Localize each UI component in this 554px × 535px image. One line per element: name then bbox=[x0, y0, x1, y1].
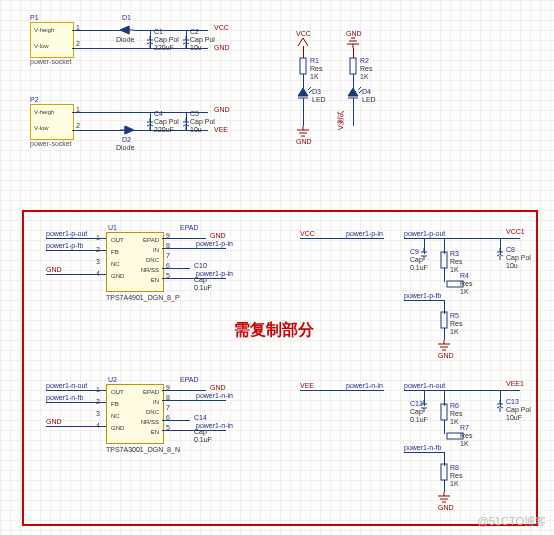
r3-type: Res bbox=[450, 258, 462, 265]
wire bbox=[404, 390, 520, 391]
u1-pin-nrss: NR/SS bbox=[141, 267, 159, 273]
c2-ref: C2 bbox=[190, 28, 199, 35]
res-r1-icon bbox=[300, 58, 306, 74]
diode-d1-icon bbox=[120, 26, 134, 34]
p2-pin-hi: V-heigh bbox=[34, 109, 54, 115]
u2-part: TPS7A3001_DGN_8_N bbox=[106, 446, 180, 453]
r4-type: Res bbox=[460, 280, 472, 287]
net-p1pi-mid: power1-p-in bbox=[346, 230, 383, 237]
p1-ref: P1 bbox=[30, 14, 39, 21]
chip-u2[interactable]: OUT FB NC GND EPAD IN DNC NR/SS EN bbox=[106, 384, 164, 444]
r8-val: 1K bbox=[450, 480, 459, 487]
wire bbox=[444, 480, 445, 492]
wire bbox=[72, 112, 208, 113]
net-p1ni-mid: power1-n-in bbox=[346, 382, 383, 389]
c5-ref: C5 bbox=[190, 110, 199, 117]
net-p1pi-2: power1-p-in bbox=[196, 270, 233, 277]
gnd-rail-2: GND bbox=[214, 106, 230, 113]
c14-val: 0.1uF bbox=[194, 436, 212, 443]
u2-pin-fb: FB bbox=[111, 401, 119, 407]
u1-part: TPS7A4901_DGN_8_P bbox=[106, 294, 180, 301]
wire bbox=[46, 238, 106, 239]
wire bbox=[72, 130, 124, 131]
c14-ref: C14 bbox=[194, 414, 207, 421]
r6-val: 1K bbox=[450, 418, 459, 425]
r4-ref: R4 bbox=[460, 272, 469, 279]
u2-pin-gnd: GND bbox=[111, 425, 124, 431]
chip-u1[interactable]: OUT FB NC GND EPAD IN DNC NR/SS EN bbox=[106, 232, 164, 292]
r5-ref: R5 bbox=[450, 312, 459, 319]
wire bbox=[162, 390, 206, 391]
u1-pin-out: OUT bbox=[111, 237, 124, 243]
wire bbox=[46, 274, 106, 275]
u1-pin-dnc: DNC bbox=[146, 257, 159, 263]
vcc-rail-2: VCC bbox=[296, 30, 311, 37]
wire bbox=[72, 30, 124, 31]
gnd-icon bbox=[438, 492, 450, 502]
svg-rect-0 bbox=[300, 58, 306, 74]
u1-pin-epad: EPAD bbox=[143, 237, 159, 243]
wire bbox=[303, 74, 304, 88]
r7-type: Res bbox=[460, 432, 472, 439]
u1-pin-en: EN bbox=[151, 277, 159, 283]
c5-type: Cap Pol bbox=[190, 118, 215, 125]
d3-ref: D3 bbox=[312, 88, 321, 95]
svg-rect-1 bbox=[350, 58, 356, 74]
net-p1pi-1: power1-p-in bbox=[196, 240, 233, 247]
gnd-rail-u1r: GND bbox=[210, 232, 226, 239]
p2-ref: P2 bbox=[30, 96, 39, 103]
wire bbox=[444, 268, 445, 282]
c13-val: 10uF bbox=[506, 414, 522, 421]
u1-pin-nc: NC bbox=[111, 261, 120, 267]
p1-pin-lo: V-low bbox=[34, 43, 49, 49]
c8-val: 10u bbox=[506, 262, 518, 269]
c1-val: 220uF bbox=[154, 44, 174, 51]
net-p1pf: power1-p-fb bbox=[46, 242, 83, 249]
wire bbox=[162, 400, 226, 401]
r2-type: Res bbox=[360, 65, 372, 72]
u2-pin-epad: EPAD bbox=[143, 389, 159, 395]
u2-pin-out: OUT bbox=[111, 389, 124, 395]
gnd-rail-r8: GND bbox=[438, 504, 454, 511]
u1-pin-gnd: GND bbox=[111, 273, 124, 279]
res-r6-icon bbox=[441, 404, 447, 420]
net-p1nf: power1-n-fb bbox=[46, 394, 83, 401]
r2-ref: R2 bbox=[360, 57, 369, 64]
net-p1nf-r: power1-n-fb bbox=[404, 444, 441, 451]
c10-ref: C10 bbox=[194, 262, 207, 269]
wire bbox=[444, 328, 445, 340]
c8-type: Cap Pol bbox=[506, 254, 531, 261]
u1-ref: U1 bbox=[108, 224, 117, 231]
r7-ref: R7 bbox=[460, 424, 469, 431]
r4-val: 1K bbox=[460, 288, 469, 295]
p2-n2: 2 bbox=[76, 122, 80, 129]
u2-pin-in: IN bbox=[153, 399, 159, 405]
r1-ref: R1 bbox=[310, 57, 319, 64]
cap-c13-icon bbox=[497, 400, 503, 412]
r6-type: Res bbox=[450, 410, 462, 417]
d2-ref: D2 bbox=[122, 136, 131, 143]
p1-type: power-socket bbox=[30, 58, 72, 65]
net-p1no: power1-n-out bbox=[46, 382, 87, 389]
cap-c1-icon bbox=[147, 36, 153, 48]
socket-p2[interactable]: V-heigh V-low bbox=[30, 104, 74, 140]
wire bbox=[46, 390, 106, 391]
r3-val: 1K bbox=[450, 266, 459, 273]
p2-type: power-socket bbox=[30, 140, 72, 147]
gnd-icon bbox=[438, 340, 450, 350]
res-r3-icon bbox=[441, 252, 447, 268]
u2-epad-label: EPAD bbox=[180, 376, 199, 383]
copy-annotation: 需复制部分 bbox=[234, 320, 314, 341]
res-r5-icon bbox=[441, 312, 447, 328]
gnd-rail-4: GND bbox=[346, 30, 362, 37]
vcc-rail-mid: VCC bbox=[300, 230, 315, 237]
vee1-rail: VEE1 bbox=[506, 380, 524, 387]
c10-val: 0.1uF bbox=[194, 284, 212, 291]
socket-p1[interactable]: V-heigh V-low bbox=[30, 22, 74, 58]
wire bbox=[353, 74, 354, 88]
gnd-rail-u2l: GND bbox=[46, 418, 62, 425]
u1-epad-label: EPAD bbox=[180, 224, 199, 231]
u2-num: 7 bbox=[166, 404, 170, 411]
watermark: @51CTO博客 bbox=[478, 514, 546, 529]
u2-num: 3 bbox=[96, 410, 100, 417]
